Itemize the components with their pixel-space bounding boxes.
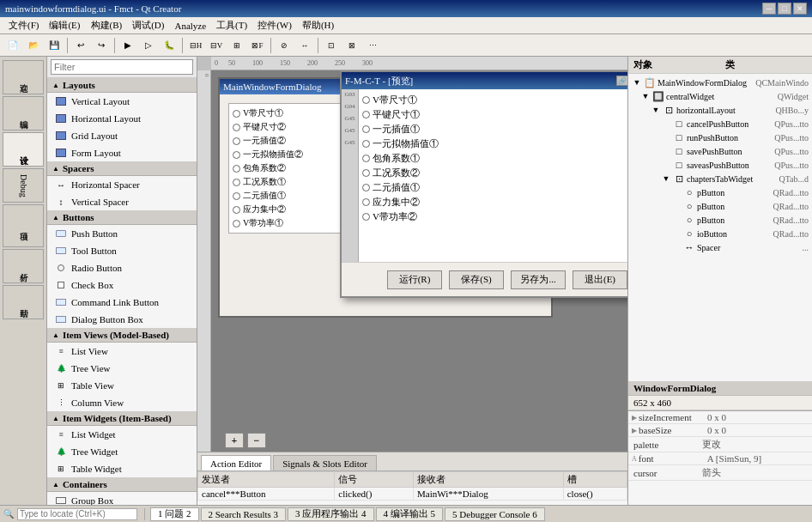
widget-group-box[interactable]: Group Box [47,492,197,505]
section-buttons[interactable]: Buttons [47,210,197,225]
tree-item-saveas[interactable]: □ saveasPushButton QPus...tto [630,158,810,172]
sidebar-tab-analyze[interactable]: 分析 [3,249,44,283]
toolbar-save[interactable]: 💾 [45,36,64,55]
dialog-saveas-btn[interactable]: 另存为... [511,270,566,289]
tab-action-editor[interactable]: Action Editor [201,455,271,470]
widget-list-view[interactable]: ≡ List View [47,343,197,360]
status-tab-4[interactable]: 4 编译输出 5 [376,507,444,521]
remove-button[interactable]: − [247,433,266,448]
section-item-views[interactable]: Item Views (Model-Based) [47,328,197,343]
dialog-btn-box-icon [54,313,68,326]
widget-tool-button[interactable]: Tool Button [47,242,197,259]
signal-row-1[interactable]: cancel***Button clicked() MainWi***Dialo… [198,488,627,501]
sidebar-tab-welcome[interactable]: 欢迎 [3,60,44,94]
dialog-save-btn[interactable]: 保存(S) [449,270,504,289]
menu-tools[interactable]: 工具(T) [211,17,252,33]
widget-table-view[interactable]: ⊞ Table View [47,377,197,394]
status-tab-5[interactable]: 5 Debugger Console 6 [445,507,545,521]
toolbar-open[interactable]: 📂 [24,36,43,55]
menu-debug[interactable]: 调试(D) [127,17,169,33]
locate-input[interactable] [17,508,137,520]
toolbar-debug[interactable]: 🐛 [160,36,179,55]
close-button[interactable]: ✕ [793,3,807,15]
sidebar-tab-design[interactable]: 设计 [3,132,44,167]
prop-row-base-size[interactable]: ▶ baseSize 0 x 0 [628,424,812,437]
section-spacers[interactable]: Spacers [47,161,197,176]
status-tab-3[interactable]: 3 应用程序输出 4 [288,507,374,521]
tree-item-save[interactable]: □ savePushButton QPus...tto [630,144,810,158]
widget-list-widget[interactable]: ≡ List Widget [47,426,197,443]
status-tab-2[interactable]: 2 Search Results 3 [201,507,287,521]
widget-form-layout[interactable]: Form Layout [47,144,197,161]
menu-controls[interactable]: 控件(W) [252,17,297,33]
menu-build[interactable]: 构建(B) [86,17,128,33]
widget-tree-widget[interactable]: 🌲 Tree Widget [47,443,197,460]
sidebar-tab-project[interactable]: 项目 [3,204,44,247]
widget-radio-button[interactable]: Radio Button [47,259,197,276]
menu-analyze[interactable]: Analyze [169,19,211,33]
menu-help[interactable]: 帮助(H) [297,17,339,33]
menu-edit[interactable]: 编辑(E) [44,17,85,33]
dialog-run-btn[interactable]: 运行(R) [387,270,442,289]
tree-item-r4[interactable]: ○ ioButton QRad...tto [630,227,810,240]
toolbar-layout-g[interactable]: ⊞ [227,36,246,55]
sidebar-tab-edit[interactable]: 编辑 [3,96,44,130]
tree-item-central[interactable]: ▼ 🔲 centralWidget QWidget [630,89,810,103]
dialog-exit-btn[interactable]: 退出(E) [573,270,627,289]
status-tab-1[interactable]: 1 问题 2 [150,507,199,521]
section-containers[interactable]: Containers [47,477,197,492]
maximize-button[interactable]: □ [778,3,791,15]
widget-dialog-button-box[interactable]: Dialog Button Box [47,311,197,328]
widget-h-spacer[interactable]: ↔ Horizontal Spacer [47,176,197,193]
grid-layout-icon [54,129,68,143]
tree-item-cancel[interactable]: □ cancelPushButton QPus...tto [630,117,810,130]
toolbar-new[interactable]: 📄 [3,36,22,55]
toolbar-adjust[interactable]: ↔ [295,36,314,55]
prop-row-cursor[interactable]: cursor 箭头 [628,465,812,481]
dialog-radio-7: 二元插值① [362,180,627,195]
widget-column-view[interactable]: ⋮ Column View [47,394,197,411]
widget-horizontal-layout[interactable]: Horizontal Layout [47,110,197,127]
widget-command-link[interactable]: Command Link Button [47,294,197,311]
section-layouts[interactable]: Layouts [47,78,197,93]
widget-v-spacer[interactable]: ↕ Vertical Spacer [47,193,197,210]
sidebar-tab-help[interactable]: 帮助 [3,285,44,319]
tree-item-run[interactable]: □ runPushButton QPus...tto [630,130,810,144]
toolbar-layout-h[interactable]: ⊟H [186,36,205,55]
tree-item-r1[interactable]: ○ pButton QRad...tto [630,185,810,199]
tree-item-spacer[interactable]: ↔ Spacer ... [630,240,810,254]
tree-item-mainwindow[interactable]: ▼ 📋 MainWindowFormDialog QCMainWindo [630,76,810,89]
toolbar-break[interactable]: ⊘ [275,36,294,55]
minimize-button[interactable]: ─ [762,3,776,15]
add-button[interactable]: + [225,433,244,448]
widget-grid-layout[interactable]: Grid Layout [47,127,197,144]
toolbar-layout-v[interactable]: ⊟V [207,36,226,55]
toolbar-run[interactable]: ▷ [139,36,158,55]
toolbar-more[interactable]: ⋯ [363,36,382,55]
toolbar-tab2[interactable]: ⊠ [342,36,361,55]
toolbar-build[interactable]: ▶ [118,36,137,55]
list-widget-icon: ≡ [54,428,68,441]
filter-input[interactable] [51,59,193,75]
tab-signals-slots-editor[interactable]: Signals & Slots Editor [273,455,377,470]
widget-tree-view[interactable]: 🌲 Tree View [47,360,197,377]
tree-item-hlayout[interactable]: ▼ ⊡ horizontalLayout QHBo...y [630,103,810,117]
tree-item-r3[interactable]: ○ pButton QRad...tto [630,213,810,227]
widget-push-button[interactable]: Push Button [47,225,197,242]
menu-file[interactable]: 文件(F) [3,17,44,33]
prop-row-palette[interactable]: palette 更改 [628,437,812,452]
toolbar-layout-f[interactable]: ⊠F [248,36,267,55]
widget-check-box[interactable]: Check Box [47,276,197,294]
sidebar-tab-debug[interactable]: Debug [3,168,44,203]
dialog-link-btn[interactable]: 🔗 [616,76,627,86]
section-item-widgets[interactable]: Item Widgets (Item-Based) [47,411,197,426]
toolbar-undo[interactable]: ↩ [71,36,90,55]
toolbar-redo[interactable]: ↪ [92,36,111,55]
tree-item-tab[interactable]: ▼ ⊡ chaptersTabWidget QTab...d [630,172,810,185]
widget-table-widget[interactable]: ⊞ Table Widget [47,460,197,477]
prop-row-size-increment[interactable]: ▶ sizeIncrement 0 x 0 [628,411,812,424]
prop-row-font[interactable]: A font A [SimSun, 9] [628,452,812,465]
tree-item-r2[interactable]: ○ pButton QRad...tto [630,199,810,213]
widget-vertical-layout[interactable]: Vertical Layout [47,93,197,110]
toolbar-tab[interactable]: ⊡ [322,36,341,55]
